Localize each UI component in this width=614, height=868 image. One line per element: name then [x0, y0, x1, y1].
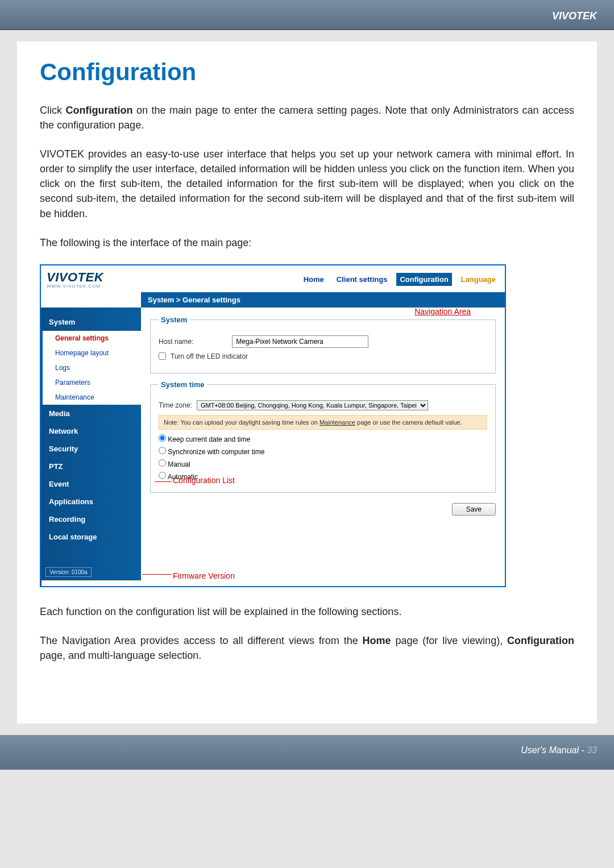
led-checkbox[interactable]	[159, 352, 166, 360]
note-pre: Note: You can upload your daylight savin…	[164, 419, 320, 426]
bold-configuration-2: Configuration	[507, 635, 574, 646]
top-nav: Home Client settings Configuration Langu…	[300, 273, 499, 286]
vivotek-logo: VIVOTEK	[47, 270, 103, 284]
radio-sync[interactable]	[159, 447, 166, 454]
radio-auto[interactable]	[159, 472, 166, 479]
ui-topbar: VIVOTEK WWW.VIVOTEK.COM Home Client sett…	[41, 265, 505, 292]
page-body: Configuration Click Configuration on the…	[17, 41, 597, 724]
text: page, and multi-language selection.	[40, 650, 201, 661]
timezone-row: Time zone: GMT+08:00 Beijing, Chongqing,…	[159, 400, 487, 410]
nav-configuration[interactable]: Configuration	[396, 273, 451, 286]
radio-sync-label: Synchronize with computer time	[168, 448, 264, 456]
sidebar-item-network[interactable]: Network	[41, 422, 141, 440]
radio-manual[interactable]	[159, 459, 166, 467]
system-legend: System	[159, 315, 189, 324]
callout-firmware-version: Firmware Version	[173, 571, 235, 580]
sidebar-sub-maintenance[interactable]: Maintenance	[41, 390, 141, 405]
dst-note: Note: You can upload your daylight savin…	[159, 415, 487, 430]
sidebar-item-recording[interactable]: Recording	[41, 510, 141, 528]
nav-language[interactable]: Language	[458, 273, 499, 286]
sidebar-item-ptz[interactable]: PTZ	[41, 458, 141, 475]
bold-configuration: Configuration	[66, 105, 133, 116]
led-label: Turn off the LED indicator	[171, 352, 248, 360]
maintenance-link[interactable]: Maintenance	[320, 419, 355, 426]
page-footer: User's Manual - 33	[0, 735, 614, 770]
nav-client-settings[interactable]: Client settings	[333, 273, 391, 286]
sidebar-sub-homepage-layout[interactable]: Homepage layout	[41, 346, 141, 360]
firmware-version: Version: 0100a	[45, 567, 92, 577]
host-name-row: Host name:	[159, 335, 487, 348]
annotation-line	[41, 580, 42, 586]
host-name-label: Host name:	[159, 338, 193, 346]
sidebar-item-local-storage[interactable]: Local storage	[41, 528, 141, 546]
radio-keep[interactable]	[159, 434, 166, 442]
footer-page-number: 33	[587, 745, 597, 755]
note-post: page or use the camera default value.	[355, 419, 462, 426]
footer-label: User's Manual -	[521, 745, 587, 755]
sidebar: System General settings Homepage layout …	[41, 308, 141, 580]
closing-paragraph-2: The Navigation Area provides access to a…	[40, 633, 574, 663]
ui-layout: System General settings Homepage layout …	[41, 308, 505, 580]
closing-paragraph-1: Each function on the configuration list …	[40, 604, 574, 619]
ui-logo-container: VIVOTEK WWW.VIVOTEK.COM	[47, 270, 103, 289]
text: page (for live viewing),	[391, 635, 507, 646]
sidebar-item-system[interactable]: System	[41, 313, 141, 331]
sidebar-item-event[interactable]: Event	[41, 475, 141, 493]
section-title: Configuration	[40, 59, 574, 86]
nav-home[interactable]: Home	[300, 273, 327, 286]
page-header-brand: VIVOTEK	[0, 0, 614, 30]
annotation-line	[155, 481, 172, 482]
main-panel: System Host name: Turn off the LED indic…	[141, 308, 505, 580]
annotation-line	[142, 574, 172, 575]
radio-manual-label: Manual	[168, 460, 190, 468]
text: Click	[40, 105, 66, 116]
sidebar-sub-logs[interactable]: Logs	[41, 360, 141, 375]
host-name-input[interactable]	[232, 335, 368, 348]
callout-configuration-list: Configuration List	[173, 476, 235, 485]
sidebar-item-applications[interactable]: Applications	[41, 493, 141, 510]
text: The Navigation Area provides access to a…	[40, 635, 363, 646]
system-fieldset: System Host name: Turn off the LED indic…	[150, 315, 496, 373]
vivotek-logo-sub: WWW.VIVOTEK.COM	[47, 284, 103, 289]
timezone-label: Time zone:	[159, 401, 192, 409]
intro-paragraph-1: Click Configuration on the main page to …	[40, 103, 574, 132]
radio-keep-row: Keep current date and time	[159, 434, 487, 443]
timezone-select[interactable]: GMT+08:00 Beijing, Chongqing, Hong Kong,…	[197, 400, 428, 410]
radio-sync-row: Synchronize with computer time	[159, 447, 487, 456]
radio-manual-row: Manual	[159, 459, 487, 468]
sidebar-item-security[interactable]: Security	[41, 440, 141, 458]
ui-screenshot: VIVOTEK WWW.VIVOTEK.COM Home Client sett…	[40, 264, 506, 587]
intro-paragraph-2: VIVOTEK provides an easy-to-use user int…	[40, 147, 574, 221]
sidebar-sub-parameters[interactable]: Parameters	[41, 375, 141, 390]
save-button[interactable]: Save	[452, 503, 496, 516]
bold-home: Home	[363, 635, 391, 646]
radio-keep-label: Keep current date and time	[168, 435, 250, 443]
led-row: Turn off the LED indicator	[159, 352, 487, 360]
callout-navigation-area: Navigation Area	[414, 307, 471, 316]
breadcrumb: System > General settings	[141, 292, 505, 308]
sidebar-item-media[interactable]: Media	[41, 405, 141, 422]
sidebar-sub-general-settings[interactable]: General settings	[41, 331, 141, 346]
intro-paragraph-3: The following is the interface of the ma…	[40, 235, 574, 250]
system-time-legend: System time	[159, 380, 207, 389]
